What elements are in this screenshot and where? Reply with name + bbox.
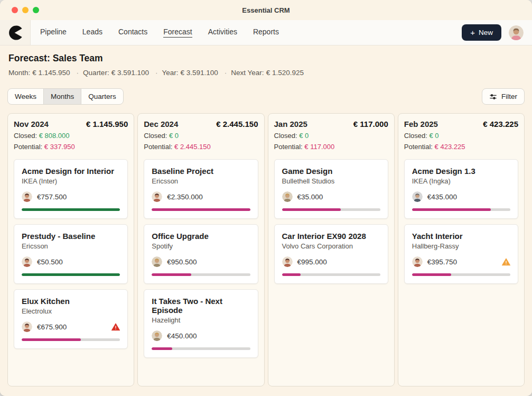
column-month-label: Feb 2025 — [404, 119, 438, 128]
deal-company: Volvo Cars Corporation — [282, 242, 380, 250]
deal-amount: €395.750 — [427, 258, 457, 266]
deal-card[interactable]: Acme Design for InteriorIKEA (Inter)€757… — [14, 159, 128, 219]
page-title: Forecast: Sales Team — [8, 53, 525, 64]
deal-company: Ericsson — [152, 177, 250, 185]
deal-title: Office Upgrade — [152, 232, 250, 241]
deal-progress-fill — [22, 338, 81, 341]
deal-card[interactable]: Office UpgradeSpotify€950.500 — [144, 224, 258, 284]
deal-card[interactable]: Car Interior EX90 2028Volvo Cars Corpora… — [274, 224, 388, 284]
deal-meta-row: €950.500 — [152, 256, 250, 267]
deal-title: Acme Design for Interior — [22, 167, 120, 176]
man-glasses-avatar-icon — [412, 191, 423, 202]
summary-stat: Next Year:€ 1.520.925 — [231, 69, 304, 77]
card-list: Game DesignBullethell Studios€35.000Car … — [274, 159, 388, 284]
view-option-quarters[interactable]: Quarters — [81, 89, 123, 104]
app-logo[interactable] — [0, 20, 31, 45]
titlebar: Essential CRM — [0, 0, 532, 20]
deal-card[interactable]: Prestudy - BaselineEricsson€50.500 — [14, 224, 128, 284]
column-potential-line: Potential: € 2.445.150 — [144, 143, 258, 151]
nav-item-contacts[interactable]: Contacts — [118, 27, 147, 38]
card-list: Acme Design 1.3IKEA (Ingka)€435.000Yacht… — [404, 159, 518, 284]
man-pink-shirt-avatar-icon — [509, 25, 524, 40]
filter-button[interactable]: Filter — [482, 88, 525, 105]
deal-card[interactable]: Elux KitchenElectrolux€675.900 — [14, 289, 128, 349]
column-potential-line: Potential: € 117.000 — [274, 143, 388, 151]
deal-title: Elux Kitchen — [22, 297, 120, 306]
deal-owner-avatar — [282, 256, 293, 267]
column-header: Feb 2025€ 423.225 — [404, 119, 518, 128]
nav-item-pipeline[interactable]: Pipeline — [40, 27, 67, 38]
deal-amount: €2.350.000 — [167, 193, 203, 201]
deal-progress-track — [152, 347, 250, 350]
woman-blonde-avatar-icon — [152, 256, 162, 267]
user-avatar[interactable] — [509, 25, 524, 40]
nav-item-activities[interactable]: Activities — [208, 27, 237, 38]
deal-company: Bullethell Studios — [282, 177, 380, 185]
summary-stat-value: € 3.591.100 — [111, 69, 149, 77]
woman-brunette-avatar-icon — [22, 256, 32, 267]
summary-stat-value: € 1.520.925 — [266, 69, 304, 77]
view-option-months[interactable]: Months — [44, 89, 81, 104]
deal-progress-track — [282, 273, 380, 276]
summary-stat-label: Quarter: — [83, 69, 109, 77]
closed-value: € 0 — [169, 132, 179, 140]
summary-stat-label: Next Year: — [231, 69, 264, 77]
forecast-page: Forecast: Sales Team Month:€ 1.145.950·Q… — [0, 45, 532, 396]
deal-card[interactable]: Baseline ProjectEricsson€2.350.000 — [144, 159, 258, 219]
deal-company: Electrolux — [22, 307, 120, 315]
new-button-label: New — [479, 29, 493, 36]
main-nav: PipelineLeadsContactsForecastActivitiesR… — [40, 27, 279, 38]
deal-company: Hazelight — [152, 316, 250, 324]
column-total: € 2.445.150 — [216, 119, 258, 128]
column-total: € 423.225 — [483, 119, 518, 128]
deal-owner-avatar — [412, 256, 423, 267]
potential-label: Potential: — [274, 143, 303, 151]
deal-progress-track — [22, 208, 120, 211]
deal-company: Ericsson — [22, 242, 120, 250]
deal-warning-badge — [502, 258, 510, 266]
closed-label: Closed: — [14, 132, 37, 140]
deal-owner-avatar — [152, 330, 162, 341]
deal-owner-avatar — [22, 321, 32, 332]
deal-amount: €35.000 — [297, 193, 323, 201]
deal-company: IKEA (Ingka) — [412, 177, 510, 185]
plus-icon: + — [470, 29, 475, 36]
nav-item-leads[interactable]: Leads — [82, 27, 102, 38]
column-month-label: Nov 2024 — [14, 119, 49, 128]
deal-card[interactable]: It Takes Two - Next EpisodeHazelight€450… — [144, 289, 258, 358]
deal-company: Spotify — [152, 242, 250, 250]
stat-separator: · — [155, 69, 158, 77]
deal-warning-badge — [111, 323, 120, 331]
month-column: Jan 2025€ 117.000Closed: € 0Potential: €… — [268, 113, 395, 386]
deal-card[interactable]: Yacht InteriorHallberg-Rassy€395.750 — [404, 224, 518, 284]
potential-value: € 423.225 — [435, 143, 465, 151]
closed-value: € 808.000 — [39, 132, 70, 140]
summary-stat-value: € 1.145.950 — [32, 69, 70, 77]
view-option-weeks[interactable]: Weeks — [8, 89, 44, 104]
nav-item-reports[interactable]: Reports — [253, 27, 279, 38]
deal-progress-track — [412, 208, 510, 211]
deal-progress-track — [152, 273, 250, 276]
deal-card[interactable]: Game DesignBullethell Studios€35.000 — [274, 159, 388, 219]
potential-value: € 117.000 — [304, 143, 334, 151]
closed-label: Closed: — [144, 132, 167, 140]
deal-amount: €950.500 — [167, 258, 197, 266]
deal-progress-fill — [152, 273, 191, 276]
new-button[interactable]: + New — [462, 24, 501, 41]
woman-brunette-avatar-icon — [22, 191, 32, 202]
summary-stat: Year:€ 3.591.100· — [162, 69, 227, 77]
stat-separator: · — [225, 69, 227, 77]
potential-value: € 337.950 — [44, 143, 75, 151]
woman-brunette-avatar-icon — [412, 256, 423, 267]
sliders-icon — [489, 93, 497, 100]
deal-progress-fill — [282, 273, 301, 276]
deal-amount: €50.500 — [37, 258, 63, 266]
deal-amount: €995.000 — [297, 258, 327, 266]
month-column: Feb 2025€ 423.225Closed: € 0Potential: €… — [398, 113, 525, 386]
column-header: Dec 2024€ 2.445.150 — [144, 119, 258, 128]
summary-stat-label: Year: — [162, 69, 178, 77]
deal-card[interactable]: Acme Design 1.3IKEA (Ingka)€435.000 — [404, 159, 518, 219]
summary-stat-label: Month: — [8, 69, 30, 77]
woman-brunette-avatar-icon — [282, 256, 293, 267]
nav-item-forecast[interactable]: Forecast — [163, 27, 192, 38]
